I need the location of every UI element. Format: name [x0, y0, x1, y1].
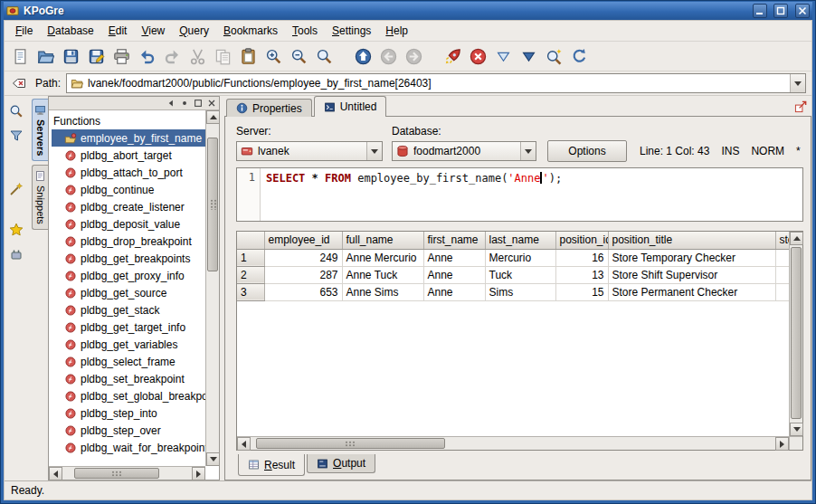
clear-location-icon[interactable] — [8, 72, 30, 94]
table-cell[interactable] — [775, 249, 789, 266]
close-button[interactable] — [795, 4, 810, 18]
tree-item[interactable]: pldbg_set_breakpoint — [52, 370, 205, 387]
undo-icon[interactable] — [135, 44, 159, 69]
scroll-down-icon[interactable] — [206, 452, 220, 466]
menu-database[interactable]: Database — [40, 22, 100, 40]
scrollbar-track[interactable] — [790, 245, 802, 423]
table-cell[interactable]: Anne — [423, 283, 485, 300]
scrollbar-track[interactable] — [62, 467, 192, 480]
scroll-right-icon[interactable] — [192, 467, 205, 480]
sidebar-tab-snippets[interactable]: Snippets — [32, 165, 48, 230]
menu-edit[interactable]: Edit — [101, 22, 135, 40]
scrollbar-track[interactable] — [206, 124, 219, 452]
tree-item[interactable]: pldbg_get_variables — [52, 336, 205, 353]
scrollbar-thumb[interactable] — [207, 138, 218, 272]
open-folder-icon[interactable] — [33, 44, 58, 69]
table-cell[interactable]: Store Shift Supervisor — [608, 266, 775, 283]
scrollbar-thumb[interactable] — [74, 468, 159, 479]
minimize-button[interactable] — [753, 4, 767, 18]
table-cell[interactable]: Anne Sims — [342, 283, 423, 300]
table-cell[interactable]: Anne Mercurio — [342, 249, 423, 266]
scrollbar-thumb[interactable] — [791, 247, 802, 419]
tree-item[interactable]: employee_by_first_name — [52, 129, 205, 147]
table-cell[interactable]: 249 — [264, 249, 342, 266]
execute-icon[interactable] — [441, 44, 465, 69]
tab-properties[interactable]: Properties — [226, 99, 312, 117]
refresh-icon[interactable] — [567, 44, 592, 69]
new-document-icon[interactable] — [8, 44, 33, 69]
column-header[interactable]: position_id — [555, 232, 608, 249]
results-vertical-scrollbar[interactable] — [789, 232, 802, 436]
tree-horizontal-scrollbar[interactable] — [49, 466, 205, 480]
tree-item[interactable]: pldbg_step_into — [52, 404, 205, 422]
table-cell[interactable]: Anne Tuck — [342, 266, 423, 283]
tree-item[interactable]: pldbg_select_frame — [52, 353, 205, 370]
table-cell[interactable] — [775, 266, 789, 283]
column-header[interactable]: position_title — [608, 232, 775, 249]
dock-stay-icon[interactable] — [179, 98, 190, 109]
path-dropdown-arrow-icon[interactable] — [790, 74, 805, 92]
menu-query[interactable]: Query — [172, 22, 216, 40]
zoom-in-icon[interactable] — [261, 44, 286, 69]
table-cell[interactable]: Store Temporary Checker — [608, 249, 775, 266]
scroll-up-icon[interactable] — [790, 232, 803, 245]
tab-untitled[interactable]: Untitled — [314, 96, 387, 117]
results-horizontal-scrollbar[interactable] — [237, 436, 789, 450]
find-strip-icon[interactable] — [8, 103, 24, 119]
tree-item[interactable]: pldbg_drop_breakpoint — [52, 233, 205, 250]
scroll-left-icon[interactable] — [49, 467, 62, 480]
expand-results-icon[interactable] — [491, 44, 516, 69]
favorites-star-icon[interactable] — [8, 222, 24, 238]
tree-root[interactable]: Functions — [52, 112, 205, 129]
row-header[interactable]: 2 — [237, 266, 264, 283]
column-header[interactable]: last_name — [485, 232, 555, 249]
explain-icon[interactable] — [542, 44, 566, 69]
tree-item[interactable]: pldbg_get_stack — [52, 301, 205, 319]
find-icon[interactable] — [312, 44, 337, 69]
table-cell[interactable]: Anne — [423, 249, 485, 266]
table-cell[interactable]: Store Permanent Checker — [608, 283, 775, 300]
stop-icon[interactable] — [466, 44, 490, 69]
results-grid[interactable]: employee_idfull_namefirst_namelast_namep… — [237, 232, 789, 436]
save-icon[interactable] — [59, 44, 83, 69]
tree-item[interactable]: pldbg_abort_target — [52, 147, 205, 164]
sql-editor[interactable]: 1 SELECT * FROM employee_by_first_name('… — [236, 167, 803, 222]
database-dropdown-arrow-icon[interactable] — [520, 142, 536, 160]
table-cell[interactable]: Anne — [423, 266, 485, 283]
table-cell[interactable] — [775, 283, 789, 300]
scroll-left-icon[interactable] — [237, 437, 251, 451]
detach-icon[interactable] — [794, 100, 808, 113]
scroll-up-icon[interactable] — [206, 110, 220, 124]
tab-result[interactable]: Result — [238, 454, 305, 476]
sql-code-area[interactable]: SELECT * FROM employee_by_first_name('An… — [261, 168, 802, 221]
table-cell[interactable]: 653 — [264, 283, 342, 300]
tree-item[interactable]: pldbg_attach_to_port — [52, 164, 205, 181]
filter-icon[interactable] — [8, 128, 24, 144]
tree-vertical-scrollbar[interactable] — [205, 110, 219, 466]
maximize-button[interactable] — [773, 4, 788, 18]
server-dropdown-arrow-icon[interactable] — [366, 142, 382, 160]
table-cell[interactable]: 13 — [555, 266, 608, 283]
tree-item[interactable]: pldbg_get_breakpoints — [52, 250, 205, 267]
tree-item[interactable]: pldbg_wait_for_breakpoint — [52, 439, 205, 456]
tree-item[interactable]: pldbg_create_listener — [52, 198, 205, 215]
path-combobox[interactable]: lvanek/foodmart2000/public/Functions/emp… — [66, 73, 806, 93]
tab-output[interactable]: Output — [307, 454, 375, 473]
tree-item[interactable]: pldbg_set_global_breakpoint — [52, 387, 205, 404]
scroll-right-icon[interactable] — [775, 437, 789, 451]
menu-help[interactable]: Help — [378, 22, 415, 40]
scrollbar-thumb[interactable] — [256, 438, 445, 449]
server-combobox[interactable]: lvanek — [236, 141, 383, 161]
database-combobox[interactable]: foodmart2000 — [392, 141, 536, 161]
row-header[interactable]: 1 — [237, 249, 264, 266]
wand-icon[interactable] — [8, 181, 24, 197]
scrollbar-track[interactable] — [251, 437, 775, 450]
tree-item[interactable]: pldbg_step_over — [52, 422, 205, 439]
table-cell[interactable]: 15 — [555, 283, 608, 300]
tree-item[interactable]: pldbg_get_target_info — [52, 319, 205, 336]
print-icon[interactable] — [109, 44, 134, 69]
sidebar-tab-servers[interactable]: Servers — [32, 99, 48, 161]
scroll-down-icon[interactable] — [790, 423, 803, 436]
plugin-icon[interactable] — [8, 246, 24, 262]
table-cell[interactable]: Tuck — [485, 266, 555, 283]
